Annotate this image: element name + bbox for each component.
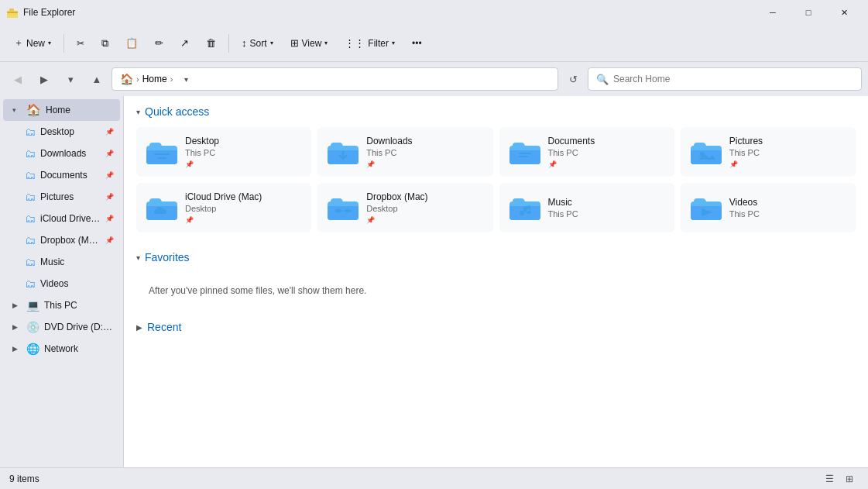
forward-button[interactable]: ▶: [33, 67, 56, 91]
sidebar-item-downloads[interactable]: 🗂 Downloads 📌: [3, 143, 120, 164]
dropbox-icon: [328, 192, 359, 223]
quick-access-header[interactable]: ▾ Quick access: [136, 105, 856, 118]
desktop-folder-icon: 🗂: [25, 126, 36, 138]
videos-icon: [691, 192, 722, 223]
thispc-icon: 💻: [26, 299, 39, 312]
downloads-pin-icon: 📌: [105, 150, 114, 157]
sidebar-item-music[interactable]: 🗂 Music: [3, 251, 120, 273]
paste-button[interactable]: 📋: [118, 29, 146, 57]
downloads-sub: This PC: [366, 148, 412, 157]
folder-icloud[interactable]: iCloud Drive (Mac) Desktop 📌: [136, 183, 311, 232]
back-button[interactable]: ◀: [6, 67, 29, 91]
sidebar-dropbox-label: Dropbox (Mac): [40, 235, 101, 246]
sidebar-item-dvd[interactable]: ▶ 💿 DVD Drive (D:) esd2i: [3, 316, 120, 338]
folder-music[interactable]: Music This PC: [499, 183, 674, 232]
new-chevron-icon: ▾: [48, 40, 51, 46]
sidebar-item-dropbox[interactable]: 🗂 Dropbox (Mac) 📌: [3, 229, 120, 251]
folder-downloads[interactable]: Downloads This PC 📌: [317, 127, 492, 177]
sidebar-item-icloud[interactable]: 🗂 iCloud Drive (M… 📌: [3, 208, 120, 229]
icloud-info: iCloud Drive (Mac) Desktop 📌: [185, 191, 262, 224]
documents-sub: This PC: [548, 148, 595, 157]
new-button[interactable]: ＋ New ▾: [6, 29, 59, 57]
folder-desktop[interactable]: Desktop This PC 📌: [136, 127, 311, 177]
videos-sub: This PC: [729, 209, 760, 219]
delete-button[interactable]: 🗑: [198, 29, 224, 57]
more-button[interactable]: •••: [404, 29, 430, 57]
sidebar-item-pictures[interactable]: 🗂 Pictures 📌: [3, 186, 120, 208]
favorites-header[interactable]: ▾ Favorites: [136, 251, 856, 263]
sidebar-item-home[interactable]: ▾ 🏠 Home: [3, 99, 120, 121]
sidebar-item-network[interactable]: ▶ 🌐 Network: [3, 338, 120, 360]
downloads-info: Downloads This PC 📌: [366, 136, 412, 168]
downloads-pin: 📌: [366, 160, 412, 168]
sidebar-desktop-label: Desktop: [40, 126, 101, 137]
pictures-name: Pictures: [729, 136, 763, 146]
sidebar-home-label: Home: [46, 105, 114, 115]
documents-info: Documents This PC 📌: [548, 136, 595, 168]
desktop-sub: This PC: [185, 148, 219, 157]
sidebar-item-videos[interactable]: 🗂 Videos: [3, 273, 120, 294]
sidebar-item-thispc[interactable]: ▶ 💻 This PC: [3, 294, 120, 316]
folder-pictures[interactable]: Pictures This PC 📌: [681, 127, 856, 177]
recent-title: Recent: [147, 321, 181, 333]
maximize-button[interactable]: □: [791, 0, 826, 25]
copy-button[interactable]: ⧉: [94, 29, 116, 57]
grid-view-button[interactable]: ⊞: [840, 470, 859, 488]
documents-pin-icon: 📌: [105, 171, 114, 179]
icloud-icon: [146, 192, 177, 223]
share-button[interactable]: ↗: [173, 29, 197, 57]
sidebar-dvd-label: DVD Drive (D:) esd2i: [44, 322, 114, 332]
svg-rect-5: [519, 153, 531, 154]
sidebar: ▾ 🏠 Home 🗂 Desktop 📌 🗂 Downloads 📌 🗂 Doc…: [0, 96, 124, 467]
list-view-button[interactable]: ☰: [820, 470, 839, 488]
sidebar-documents-label: Documents: [40, 170, 101, 181]
icloud-sub: Desktop: [185, 204, 262, 213]
view-button[interactable]: ⊞ View ▾: [283, 29, 336, 57]
recent-header[interactable]: ▶ Recent: [136, 321, 856, 333]
music-sub: This PC: [548, 209, 578, 219]
refresh-button[interactable]: ↺: [561, 67, 585, 91]
desktop-icon: [146, 136, 177, 167]
music-name: Music: [548, 197, 578, 208]
up-button[interactable]: ▲: [85, 67, 108, 91]
recent-locations-button[interactable]: ▾: [59, 67, 82, 91]
network-expand-icon: ▶: [12, 345, 22, 353]
search-input[interactable]: [613, 74, 853, 84]
cut-icon: ✂: [77, 38, 84, 49]
sort-button[interactable]: ↕ Sort ▾: [234, 29, 281, 57]
filter-chevron-icon: ▾: [392, 40, 395, 46]
pictures-pin-icon: 📌: [105, 193, 114, 201]
recent-section: ▶ Recent: [136, 321, 856, 333]
rename-button[interactable]: ✏: [147, 29, 171, 57]
sidebar-network-label: Network: [44, 343, 114, 354]
toolbar: ＋ New ▾ ✂ ⧉ 📋 ✏ ↗ 🗑 ↕ Sort ▾ ⊞ View ▾ ⋮⋮…: [0, 25, 868, 62]
minimize-button[interactable]: ─: [755, 0, 791, 25]
quick-access-grid: Desktop This PC 📌 Downloads This PC: [136, 127, 856, 232]
documents-folder-icon: 🗂: [25, 169, 36, 181]
cut-button[interactable]: ✂: [69, 29, 92, 57]
sidebar-item-documents[interactable]: 🗂 Documents 📌: [3, 164, 120, 186]
sort-chevron-icon: ▾: [270, 40, 273, 46]
dropbox-folder-icon: 🗂: [25, 234, 36, 246]
icloud-pin: 📌: [185, 216, 262, 224]
svg-rect-3: [157, 157, 166, 159]
rename-icon: ✏: [155, 37, 163, 49]
folder-documents[interactable]: Documents This PC 📌: [499, 127, 674, 177]
home-expand-icon: ▾: [12, 106, 22, 114]
folder-videos[interactable]: Videos This PC: [681, 183, 856, 232]
address-bar: ◀ ▶ ▾ ▲ 🏠 › Home › ▾ ↺ 🔍: [0, 62, 868, 96]
pictures-folder-icon: 🗂: [25, 191, 36, 203]
filter-button[interactable]: ⋮⋮ Filter ▾: [337, 29, 403, 57]
favorites-title: Favorites: [145, 251, 190, 263]
path-dropdown-button[interactable]: ▾: [175, 67, 197, 91]
sidebar-item-desktop[interactable]: 🗂 Desktop 📌: [3, 121, 120, 143]
icloud-pin-icon: 📌: [105, 215, 114, 222]
network-icon: 🌐: [26, 343, 39, 355]
close-button[interactable]: ✕: [826, 0, 862, 25]
folder-dropbox[interactable]: Dropbox (Mac) Desktop 📌: [317, 183, 492, 232]
address-path[interactable]: 🏠 › Home › ▾: [112, 67, 558, 91]
home-folder-icon: 🏠: [26, 103, 41, 117]
dropbox-pin: 📌: [366, 216, 427, 224]
title-bar-left: File Explorer: [6, 6, 75, 19]
home-icon: 🏠: [120, 73, 133, 85]
